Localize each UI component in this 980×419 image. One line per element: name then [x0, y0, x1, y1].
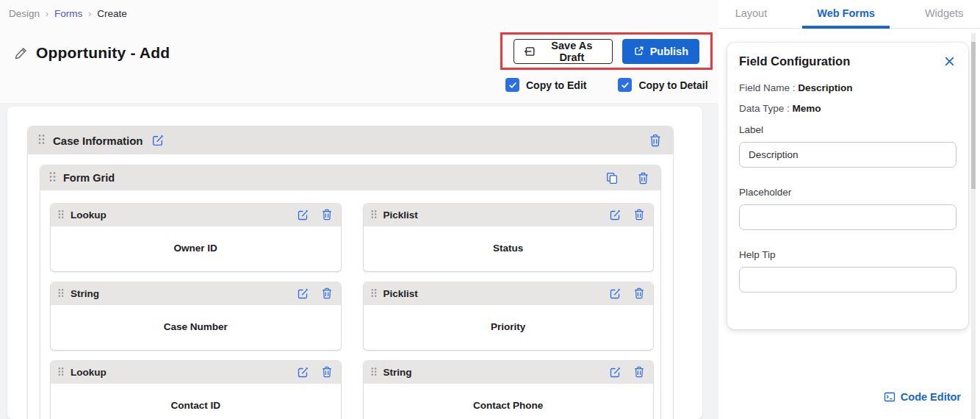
section-title: Case Information — [53, 135, 143, 147]
edit-square-icon[interactable] — [297, 287, 309, 300]
copy-to-detail-option[interactable]: Copy to Detail — [618, 78, 707, 92]
field-card[interactable]: String Case Number — [51, 282, 341, 350]
trash-icon[interactable] — [649, 134, 661, 147]
form-canvas-card: Case Information — [7, 107, 702, 419]
label-input[interactable] — [739, 142, 956, 168]
edit-square-icon[interactable] — [151, 134, 165, 147]
copy-options-row: Copy to Edit Copy to Detail — [505, 78, 708, 92]
field-card[interactable]: Picklist Status — [364, 204, 654, 271]
section-case-information: Case Information — [28, 126, 673, 419]
field-card-header[interactable]: Lookup — [51, 361, 341, 384]
field-card-header[interactable]: Lookup — [51, 204, 341, 226]
placeholder-field-label: Placeholder — [739, 187, 956, 198]
close-icon[interactable] — [943, 54, 956, 68]
field-configuration-header: Field Configuration — [739, 54, 956, 68]
field-card[interactable]: String Contact Phone — [364, 361, 654, 419]
edit-square-icon[interactable] — [609, 366, 621, 379]
breadcrumb: Design › Forms › Create — [9, 8, 127, 19]
form-grid-body: Lookup Owner ID Pi — [40, 190, 660, 419]
box-arrow-in-left-icon — [524, 46, 536, 57]
field-card[interactable]: Lookup Owner ID — [51, 204, 341, 271]
title-row: Opportunity - Add — [15, 44, 170, 62]
edit-square-icon[interactable] — [297, 366, 309, 379]
scrollbar-thumb[interactable] — [971, 42, 976, 189]
breadcrumb-design[interactable]: Design — [9, 8, 40, 19]
trash-icon[interactable] — [322, 366, 332, 379]
pencil-icon[interactable] — [15, 47, 27, 60]
trash-icon[interactable] — [634, 209, 644, 221]
panel-scrollbar[interactable] — [971, 33, 976, 419]
copy-to-edit-checkbox[interactable] — [505, 78, 519, 92]
copy-to-edit-label: Copy to Edit — [526, 79, 586, 91]
copy-to-detail-checkbox[interactable] — [618, 78, 632, 92]
trash-icon[interactable] — [322, 209, 332, 221]
code-editor-link[interactable]: Code Editor — [884, 391, 961, 403]
form-grid-header[interactable]: Form Grid — [40, 165, 660, 190]
copy-icon[interactable] — [606, 172, 618, 185]
trash-icon[interactable] — [322, 287, 332, 300]
drag-handle-icon[interactable] — [49, 171, 56, 185]
field-card[interactable]: Lookup Contact ID — [51, 361, 341, 419]
field-configuration-title: Field Configuration — [739, 54, 850, 68]
placeholder-input[interactable] — [739, 204, 956, 230]
copy-to-detail-label: Copy to Detail — [638, 79, 707, 91]
edit-square-icon[interactable] — [609, 209, 621, 221]
publish-button[interactable]: Publish — [622, 39, 699, 64]
field-card-body: Case Number — [51, 305, 341, 350]
field-card[interactable]: Picklist Priority — [364, 282, 654, 350]
field-name-line: Field Name : Description — [739, 82, 956, 93]
form-grid-container: Form Grid — [40, 165, 660, 419]
field-configuration-card: Field Configuration Field Name : Descrip… — [727, 43, 968, 329]
drag-handle-icon[interactable] — [371, 366, 377, 379]
field-card-header[interactable]: Picklist — [364, 204, 654, 226]
save-as-draft-button[interactable]: Save As Draft — [514, 39, 613, 64]
tab-widgets[interactable]: Widgets — [910, 6, 978, 28]
label-field-label: Label — [739, 124, 956, 135]
field-card-body: Priority — [364, 305, 654, 350]
data-type-label: Data Type : — [739, 103, 790, 114]
drag-handle-icon[interactable] — [58, 366, 64, 379]
terminal-icon — [884, 392, 896, 402]
field-label: Contact ID — [171, 400, 221, 411]
field-type: String — [71, 288, 99, 299]
tab-web-forms[interactable]: Web Forms — [802, 6, 890, 29]
edit-square-icon[interactable] — [609, 287, 621, 300]
field-label: Priority — [491, 321, 525, 332]
form-grid-title: Form Grid — [63, 172, 115, 184]
trash-icon[interactable] — [638, 172, 649, 185]
field-type: Lookup — [71, 210, 107, 221]
field-card-header[interactable]: String — [51, 282, 341, 305]
section-header[interactable]: Case Information — [28, 126, 673, 154]
breadcrumb-separator: › — [88, 9, 91, 19]
data-type-value: Memo — [793, 103, 821, 114]
field-label: Owner ID — [174, 243, 217, 254]
field-type: Lookup — [71, 367, 107, 378]
save-as-draft-label: Save As Draft — [541, 40, 602, 63]
field-card-body: Owner ID — [51, 226, 341, 271]
drag-handle-icon[interactable] — [371, 287, 377, 301]
field-card-body: Contact ID — [51, 384, 341, 419]
drag-handle-icon[interactable] — [58, 287, 64, 301]
drag-handle-icon[interactable] — [38, 134, 45, 148]
field-card-body: Contact Phone — [364, 384, 654, 419]
field-card-header[interactable]: String — [364, 361, 654, 384]
help-tip-input[interactable] — [739, 267, 956, 293]
field-label: Case Number — [164, 321, 228, 332]
copy-to-edit-option[interactable]: Copy to Edit — [505, 78, 586, 92]
edit-square-icon[interactable] — [297, 209, 309, 221]
field-name-label: Field Name : — [739, 82, 796, 93]
field-type: String — [383, 367, 412, 378]
right-panel: Layout Web Forms Widgets Field Configura… — [718, 0, 980, 419]
breadcrumb-forms[interactable]: Forms — [54, 8, 82, 19]
field-label: Status — [493, 243, 523, 254]
field-card-header[interactable]: Picklist — [364, 282, 654, 305]
trash-icon[interactable] — [634, 366, 644, 379]
breadcrumb-create: Create — [97, 8, 127, 19]
field-label: Contact Phone — [473, 400, 543, 411]
drag-handle-icon[interactable] — [371, 209, 377, 222]
box-arrow-up-right-icon — [633, 46, 644, 57]
trash-icon[interactable] — [634, 287, 644, 300]
actions-highlight-box: Save As Draft Publish — [500, 32, 713, 70]
tab-layout[interactable]: Layout — [721, 6, 782, 28]
drag-handle-icon[interactable] — [58, 209, 64, 222]
